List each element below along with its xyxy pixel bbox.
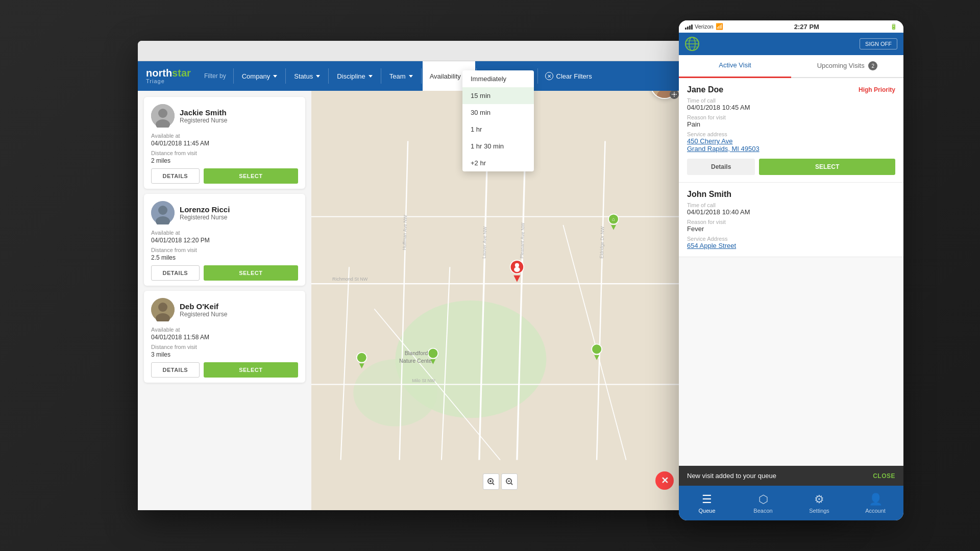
staff-3-distance: 3 miles [151, 351, 298, 358]
dropdown-item-1hr[interactable]: 1 hr [462, 121, 534, 138]
queue-card-1-header: Jane Doe High Priority [687, 85, 895, 94]
svg-text:Milo St NW: Milo St NW [412, 378, 435, 383]
svg-point-54 [673, 93, 675, 95]
queue-2-time-label: Time of call [687, 202, 895, 208]
queue-1-priority: High Priority [859, 86, 895, 93]
svg-text:Richmond St NW: Richmond St NW [332, 277, 368, 282]
queue-2-name: John Smith [687, 190, 731, 199]
sign-off-button[interactable]: SIGN OFF [860, 38, 897, 49]
staff-card-1-header: Jackie Smith Registered Nurse [151, 104, 298, 128]
status-chevron-icon [316, 75, 320, 78]
staff-1-details-button[interactable]: DETAILS [151, 168, 200, 184]
nav-divider-1 [233, 68, 234, 84]
tab-upcoming-visits[interactable]: Upcoming Visits 2 [791, 55, 903, 78]
queue-1-reason-label: Reason for visit [687, 114, 895, 120]
staff-1-distance-label: Distance from visit [151, 150, 298, 156]
logo-name: northstar [146, 68, 192, 78]
dropdown-item-30min[interactable]: 30 min [462, 104, 534, 121]
svg-text:Nature Center: Nature Center [399, 358, 433, 364]
queue-1-actions: Details SELECT [687, 159, 895, 175]
company-filter-button[interactable]: Company [235, 61, 285, 91]
nav-divider-7 [537, 68, 538, 84]
queue-2-reason-label: Reason for visit [687, 219, 895, 225]
nav-item-beacon[interactable]: ⬡ Beacon [735, 493, 791, 514]
staff-card-3: Deb O'Keif Registered Nurse Available at… [144, 291, 305, 383]
tablet-overlay: Verizon 📶 2:27 PM 🔋 SIGN OFF Active [679, 20, 903, 520]
queue-1-select-button[interactable]: SELECT [759, 159, 895, 175]
queue-2-address-label: Service Address [687, 236, 895, 242]
staff-3-avatar [151, 298, 175, 321]
staff-2-select-button[interactable]: SELECT [204, 265, 298, 281]
zoom-in-button[interactable] [483, 473, 499, 490]
queue-2-time: 04/01/2018 10:40 AM [687, 208, 895, 216]
nav-item-settings[interactable]: ⚙ Settings [791, 493, 847, 514]
availability-dropdown: Immediately 15 min 30 min 1 hr 1 hr 30 m… [462, 70, 534, 171]
staff-card-2: Lorenzo Ricci Registered Nurse Available… [144, 194, 305, 286]
queue-1-time: 04/01/2018 10:45 AM [687, 104, 895, 111]
tablet-statusbar: Verizon 📶 2:27 PM 🔋 [679, 20, 903, 33]
staff-1-name: Jackie Smith [180, 108, 298, 117]
tablet-tabs: Active Visit Upcoming Visits 2 [679, 55, 903, 78]
queue-2-reason: Fever [687, 225, 895, 233]
dropdown-item-immediately[interactable]: Immediately [462, 70, 534, 87]
nav-divider-5 [421, 68, 422, 84]
staff-3-role: Registered Nurse [180, 311, 298, 318]
tab-active-visit[interactable]: Active Visit [679, 55, 791, 78]
queue-nav-label: Queue [698, 508, 715, 514]
svg-point-7 [158, 303, 167, 312]
carrier-label: Verizon [695, 23, 714, 30]
svg-point-38 [357, 353, 367, 363]
queue-scroll-area[interactable]: Jane Doe High Priority Time of call 04/0… [679, 78, 903, 470]
staff-3-available-label: Available at [151, 327, 298, 333]
queue-1-address-line2[interactable]: Grand Rapids, MI 49503 [687, 145, 895, 153]
svg-point-57 [672, 94, 673, 95]
staff-1-role: Registered Nurse [180, 117, 298, 124]
nav-divider-3 [328, 68, 329, 84]
svg-point-55 [674, 92, 675, 93]
status-filter-button[interactable]: Status [287, 61, 327, 91]
staff-list: Jackie Smith Registered Nurse Available … [138, 91, 311, 510]
staff-3-details-button[interactable]: DETAILS [151, 362, 200, 378]
queue-card-1: Jane Doe High Priority Time of call 04/0… [679, 78, 903, 183]
svg-point-4 [158, 206, 167, 215]
signal-bar-4 [691, 24, 693, 30]
staff-3-select-button[interactable]: SELECT [204, 362, 298, 378]
dropdown-item-2plus[interactable]: +2 hr [462, 155, 534, 171]
clear-filters-button[interactable]: ✕ Clear Filters [539, 72, 598, 80]
staff-2-available-label: Available at [151, 230, 298, 236]
dropdown-item-1hr30min[interactable]: 1 hr 30 min [462, 138, 534, 155]
team-filter-button[interactable]: Team [382, 61, 420, 91]
queue-2-address-line1[interactable]: 654 Apple Street [687, 242, 895, 249]
staff-1-select-button[interactable]: SELECT [204, 168, 298, 184]
queue-1-time-label: Time of call [687, 97, 895, 104]
staff-1-avatar [151, 104, 175, 128]
staff-2-avatar [151, 201, 175, 224]
dropdown-item-15min[interactable]: 15 min [462, 87, 534, 104]
staff-2-distance: 2.5 miles [151, 254, 298, 261]
svg-point-34 [428, 348, 438, 359]
svg-text:⌂: ⌂ [612, 216, 615, 222]
team-filter-label: Team [389, 72, 406, 80]
svg-point-58 [676, 94, 677, 95]
avatar-settings-icon[interactable] [670, 91, 679, 99]
staff-1-info: Jackie Smith Registered Nurse [180, 108, 298, 124]
queue-1-address-line1[interactable]: 450 Cherry Ave [687, 137, 895, 145]
battery-icon: 🔋 [890, 23, 897, 30]
staff-1-available-label: Available at [151, 133, 298, 139]
signal-bar-1 [685, 28, 687, 30]
discipline-filter-label: Discipline [337, 72, 365, 80]
svg-point-43 [514, 267, 520, 272]
svg-point-56 [674, 96, 675, 97]
filter-by-label: Filter by [204, 72, 226, 80]
company-filter-label: Company [242, 72, 271, 80]
nav-item-queue[interactable]: ☰ Queue [679, 493, 735, 514]
discipline-filter-button[interactable]: Discipline [330, 61, 380, 91]
team-chevron-icon [409, 75, 413, 78]
map-close-button[interactable]: ✕ [655, 471, 674, 490]
zoom-out-button[interactable] [501, 473, 518, 490]
queue-1-details-button[interactable]: Details [687, 159, 755, 175]
staff-2-details-button[interactable]: DETAILS [151, 265, 200, 281]
toast-close-button[interactable]: CLOSE [873, 472, 895, 480]
upcoming-visits-badge: 2 [868, 61, 877, 70]
nav-item-account[interactable]: 👤 Account [847, 493, 903, 514]
